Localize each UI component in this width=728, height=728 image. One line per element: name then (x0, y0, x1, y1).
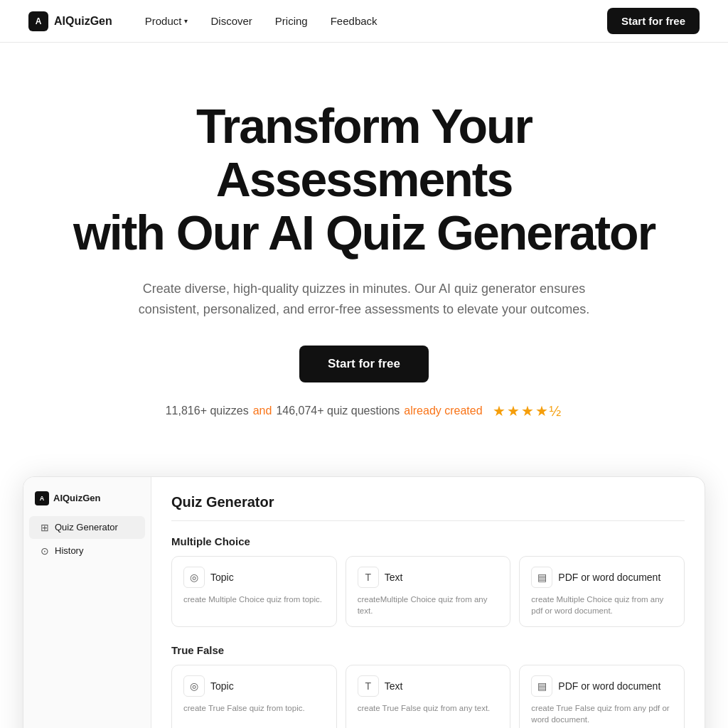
logo[interactable]: A AIQuizGen (28, 11, 112, 31)
card-mc-text[interactable]: T Text createMultiple Choice quiz from a… (346, 556, 511, 627)
app-sidebar: A AIQuizGen ⊞ Quiz Generator ⊙ History (23, 477, 151, 728)
section-title-multiple-choice: Multiple Choice (171, 535, 685, 547)
sidebar-logo-icon: A (35, 491, 49, 505)
nav-feedback[interactable]: Feedback (321, 11, 387, 31)
topic-icon: ◎ (183, 567, 205, 588)
quiz-generator-icon: ⊞ (41, 522, 49, 533)
nav-discover[interactable]: Discover (200, 11, 262, 31)
app-preview-wrapper: A AIQuizGen ⊞ Quiz Generator ⊙ History Q… (0, 448, 728, 728)
card-tf-topic-label: Topic (210, 680, 234, 692)
pdf-icon: ▤ (531, 567, 552, 588)
text-icon-tf: T (358, 675, 379, 697)
sidebar-item-quiz-generator[interactable]: ⊞ Quiz Generator (29, 516, 145, 539)
card-tf-text-desc: create True False quiz from any text. (358, 702, 499, 714)
navbar: A AIQuizGen Product ▾ Discover Pricing F… (0, 0, 728, 43)
nav-left: A AIQuizGen Product ▾ Discover Pricing F… (28, 11, 387, 31)
hero-cta-button[interactable]: Start for free (299, 346, 429, 382)
hero-headline: Transform Your Assessments with Our AI Q… (73, 100, 655, 259)
stats-questions: 146,074+ quiz questions (276, 405, 400, 417)
card-mc-topic-desc: create Multiple Choice quiz from topic. (183, 594, 325, 605)
main-content: Quiz Generator Multiple Choice ◎ Topic c… (151, 477, 705, 728)
card-tf-pdf-label: PDF or word document (558, 680, 660, 692)
card-mc-pdf-desc: create Multiple Choice quiz from any pdf… (531, 594, 673, 616)
card-mc-topic-label: Topic (210, 572, 234, 583)
nav-pricing[interactable]: Pricing (265, 11, 318, 31)
section-multiple-choice: Multiple Choice ◎ Topic create Multiple … (171, 535, 685, 627)
sidebar-logo: A AIQuizGen (23, 488, 151, 515)
section-true-false: True False ◎ Topic create True False qui… (171, 644, 685, 728)
topic-icon-tf: ◎ (183, 675, 205, 697)
card-mc-text-label: Text (385, 572, 403, 583)
card-tf-topic[interactable]: ◎ Topic create True False quiz from topi… (171, 665, 337, 728)
logo-icon: A (28, 11, 48, 31)
nav-cta-button[interactable]: Start for free (607, 8, 700, 34)
pdf-icon-tf: ▤ (531, 675, 552, 697)
card-mc-topic[interactable]: ◎ Topic create Multiple Choice quiz from… (171, 556, 337, 627)
history-icon: ⊙ (41, 545, 49, 557)
star-rating: ★★★★½ (493, 402, 563, 419)
sidebar-label-history: History (55, 545, 83, 556)
cards-row-true-false: ◎ Topic create True False quiz from topi… (171, 665, 685, 728)
card-tf-text[interactable]: T Text create True False quiz from any t… (346, 665, 511, 728)
sidebar-brand-name: AIQuizGen (53, 493, 100, 503)
hero-section: Transform Your Assessments with Our AI Q… (44, 43, 684, 448)
sidebar-label-quiz-generator: Quiz Generator (55, 522, 118, 532)
main-title: Quiz Generator (171, 494, 685, 521)
stats-quizzes: 11,816+ quizzes (166, 405, 249, 417)
card-mc-pdf[interactable]: ▤ PDF or word document create Multiple C… (519, 556, 685, 627)
text-icon: T (358, 567, 379, 588)
card-tf-text-label: Text (385, 680, 403, 692)
sidebar-item-history[interactable]: ⊙ History (29, 540, 145, 562)
card-mc-text-desc: createMultiple Choice quiz from any text… (358, 594, 499, 616)
card-tf-topic-desc: create True False quiz from topic. (183, 702, 325, 714)
card-mc-pdf-label: PDF or word document (558, 572, 660, 583)
card-tf-pdf-desc: create True False quiz from any pdf or w… (531, 702, 673, 725)
stats-suffix: already created (404, 405, 482, 417)
section-title-true-false: True False (171, 644, 685, 656)
chevron-down-icon: ▾ (184, 17, 188, 25)
nav-product[interactable]: Product ▾ (135, 11, 198, 31)
hero-stats: 11,816+ quizzes and 146,074+ quiz questi… (73, 402, 655, 419)
hero-subtext: Create diverse, high-quality quizzes in … (115, 279, 613, 320)
nav-links: Product ▾ Discover Pricing Feedback (135, 11, 387, 31)
stats-and: and (253, 405, 272, 417)
brand-name: AIQuizGen (54, 15, 112, 28)
app-preview: A AIQuizGen ⊞ Quiz Generator ⊙ History Q… (23, 476, 705, 728)
card-tf-pdf[interactable]: ▤ PDF or word document create True False… (519, 665, 685, 728)
cards-row-multiple-choice: ◎ Topic create Multiple Choice quiz from… (171, 556, 685, 627)
